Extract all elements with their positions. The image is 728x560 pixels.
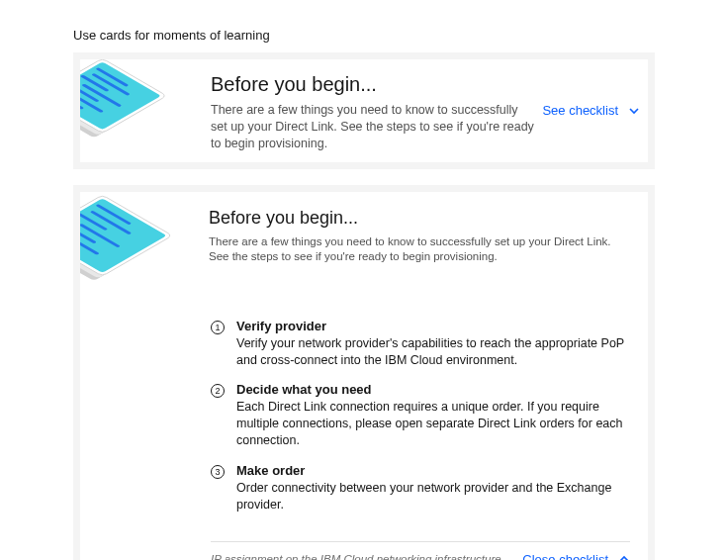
checklist-item-desc: Verify your network provider's capabilit…	[236, 335, 630, 369]
checklist-item-title: Verify provider	[236, 319, 630, 333]
card-footer: IP assignment on the IBM Cloud networkin…	[211, 541, 630, 560]
checklist: 1 Verify provider Verify your network pr…	[80, 311, 648, 527]
close-checklist-label: Close checklist	[522, 552, 608, 560]
card-illustration	[80, 59, 209, 148]
close-checklist-button[interactable]: Close checklist	[522, 552, 630, 560]
checklist-item: 3 Make order Order connectivity between …	[211, 463, 630, 513]
card-title: Before you begin...	[209, 208, 630, 229]
checklist-item-title: Decide what you need	[236, 382, 630, 397]
checklist-item-desc: Order connectivity between your network …	[236, 480, 630, 513]
chevron-down-icon	[628, 105, 640, 117]
card-title: Before you begin...	[211, 73, 534, 96]
card-expanded: Before you begin... There are a few thin…	[80, 192, 648, 560]
step-number-icon: 2	[211, 384, 225, 398]
see-checklist-button[interactable]: See checklist	[542, 103, 640, 118]
checklist-item-desc: Each Direct Link connection requires a u…	[236, 399, 630, 449]
checklist-item-title: Make order	[236, 463, 630, 478]
card-expanded-panel: Before you begin... There are a few thin…	[73, 185, 655, 560]
step-number-icon: 1	[211, 321, 225, 334]
card-illustration	[80, 192, 209, 311]
checklist-item: 2 Decide what you need Each Direct Link …	[211, 382, 630, 449]
section-title: Use cards for moments of learning	[73, 28, 655, 43]
card-description: There are a few things you need to know …	[211, 102, 534, 152]
footer-note: IP assignment on the IBM Cloud networkin…	[211, 552, 502, 560]
card-description: There are a few things you need to know …	[209, 234, 630, 265]
step-number-icon: 3	[211, 465, 225, 479]
card-collapsed: Before you begin... There are a few thin…	[80, 59, 648, 162]
chevron-up-icon	[618, 553, 630, 560]
card-collapsed-panel: Before you begin... There are a few thin…	[73, 52, 655, 169]
checklist-item: 1 Verify provider Verify your network pr…	[211, 319, 630, 369]
see-checklist-label: See checklist	[542, 103, 618, 118]
